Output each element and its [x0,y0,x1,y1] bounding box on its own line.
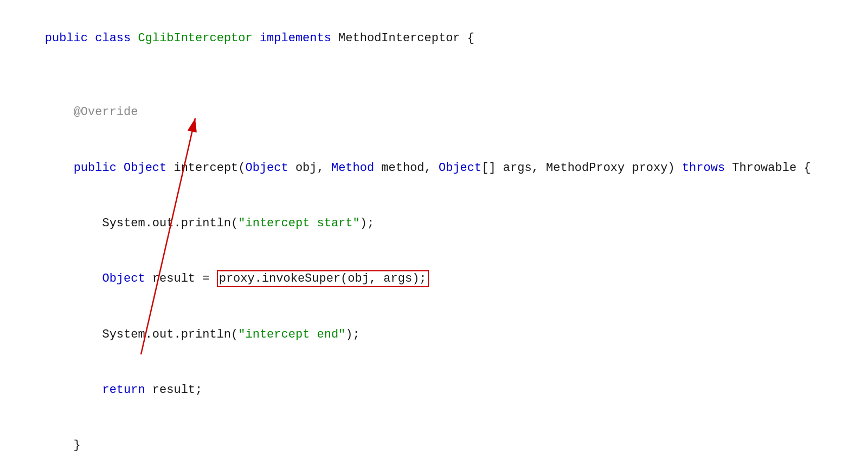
code-line-6: Object result = proxy.invokeSuper(obj, a… [16,251,852,307]
code-line-3: @Override [16,85,852,140]
invoke-super-highlight: proxy.invokeSuper(obj, args); [217,270,429,287]
code-area: public class CglibInterceptor implements… [0,0,868,451]
code-line-2 [16,66,852,85]
code-line-9: } [16,418,852,451]
code-line-7: System.out.println("intercept end"); [16,307,852,363]
code-line-5: System.out.println("intercept start"); [16,196,852,251]
code-line-4: public Object intercept(Object obj, Meth… [16,141,852,196]
code-line-8: return result; [16,363,852,418]
code-line-1: public class CglibInterceptor implements… [16,11,852,66]
